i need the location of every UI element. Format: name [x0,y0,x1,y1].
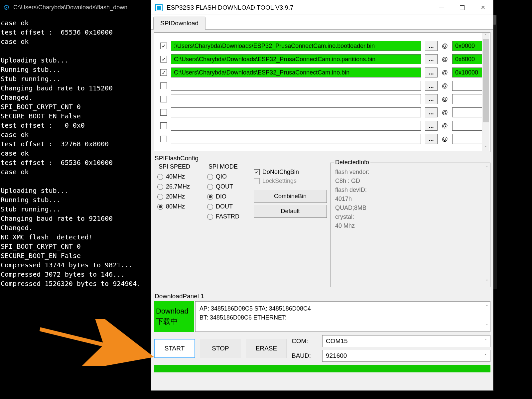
erase-button[interactable]: ERASE [246,339,287,358]
file-checkbox[interactable] [160,136,167,142]
start-button[interactable]: START [154,339,195,358]
file-path-input[interactable] [171,94,421,104]
donotchgbin-checkbox[interactable]: ✓ DoNotChgBin [254,169,327,176]
app-icon [155,4,163,11]
at-label: @ [442,69,448,76]
annotation-arrow [33,319,156,366]
file-checkbox[interactable] [160,96,167,102]
radio-FASTRD[interactable]: FASTRD [207,213,247,220]
flash-tool-window: ESP32S3 FLASH DOWNLOAD TOOL V3.9.7 — ✕ S… [151,0,493,391]
browse-button[interactable]: ... [425,121,438,131]
browse-button[interactable]: ... [425,107,438,117]
at-label: @ [442,96,448,103]
at-label: @ [442,82,448,89]
file-row: ...@ [154,106,490,119]
progress-bar [154,365,490,372]
scroll-down-icon[interactable]: ˅ [486,323,488,330]
file-row: ✓:\Users\Charybda\Downloads\ESP32_PrusaC… [154,39,490,53]
file-checkbox[interactable]: ✓ [160,69,167,76]
chevron-down-icon: ˅ [484,353,487,358]
at-label: @ [442,136,448,143]
file-path-input[interactable] [171,134,421,144]
file-row: ...@ [154,132,490,146]
browse-button[interactable]: ... [425,67,438,77]
download-status: Download 下载中 [154,301,194,332]
radio-DOUT[interactable]: DOUT [207,203,247,210]
file-path-input[interactable]: C:\Users\Charybda\Downloads\ESP32_PrusaC… [171,54,421,64]
scroll-down-icon[interactable]: ˅ [486,279,488,284]
tab-bar: SPIDownload [151,15,493,30]
file-path-input[interactable]: :\Users\Charybda\Downloads\ESP32_PrusaCo… [171,41,421,51]
browse-button[interactable]: ... [425,41,438,51]
file-row: ...@ [154,92,490,106]
at-label: @ [442,109,448,116]
browse-button[interactable]: ... [425,54,438,64]
file-checkbox[interactable] [160,122,167,129]
mac-info-box: ˄ AP: 3485186D08C5 STA: 3485186D08C4 BT:… [195,301,490,332]
terminal-title: C:\Users\Charybda\Downloads\flash_down [13,4,127,11]
file-checkbox[interactable]: ✓ [160,43,167,49]
browse-button[interactable]: ... [425,94,438,104]
at-label: @ [442,56,448,63]
close-button[interactable]: ✕ [472,0,493,15]
scroll-up-icon[interactable]: ˄ [482,33,489,39]
radio-QOUT[interactable]: QOUT [207,183,247,190]
com-select[interactable]: COM15˅ [322,335,490,347]
file-path-input[interactable] [171,107,421,117]
scroll-down-icon[interactable]: ˅ [482,145,489,151]
tool-title: ESP32S3 FLASH DOWNLOAD TOOL V3.9.7 [167,4,294,11]
tool-titlebar: ESP32S3 FLASH DOWNLOAD TOOL V3.9.7 — ✕ [151,0,493,15]
file-path-input[interactable]: C:\Users\Charybda\Downloads\ESP32_PrusaC… [171,67,421,77]
combinebin-button[interactable]: CombineBin [254,190,327,203]
baud-select[interactable]: 921600˅ [322,350,490,362]
radio-20MHz[interactable]: 20MHz [157,193,197,200]
scroll-up-icon[interactable]: ˄ [486,304,488,311]
stop-button[interactable]: STOP [200,339,241,358]
gear-icon: ⚙ [3,3,10,12]
spi-mode-label: SPI MODE [207,163,239,170]
file-row: ✓C:\Users\Charybda\Downloads\ESP32_Prusa… [154,66,490,79]
browse-button[interactable]: ... [425,81,438,91]
com-label: COM: [292,337,318,345]
file-checkbox[interactable]: ✓ [160,56,167,63]
baud-label: BAUD: [292,352,318,359]
file-path-input[interactable] [171,121,421,131]
detected-info-box: DetectedInfo ˄ flash vendor:C8h : GDflas… [330,163,490,287]
radio-QIO[interactable]: QIO [207,173,247,180]
minimize-button[interactable]: — [431,0,452,15]
default-button[interactable]: Default [254,205,327,218]
at-label: @ [442,122,448,129]
maximize-button[interactable] [452,0,472,15]
tab-spidownload[interactable]: SPIDownload [153,17,205,30]
file-row: ...@ [154,119,490,132]
scroll-up-icon[interactable]: ˄ [486,166,488,171]
spi-speed-label: SPI SPEED [157,163,192,170]
radio-26-7MHz[interactable]: 26.7MHz [157,183,197,190]
download-panel-label: DownloadPanel 1 [155,293,493,300]
at-label: @ [442,43,448,50]
files-pane: ✓:\Users\Charybda\Downloads\ESP32_PrusaC… [154,32,490,152]
chevron-down-icon: ˅ [484,338,487,344]
locksettings-checkbox[interactable]: LockSettings [254,178,327,185]
file-row: ✓C:\Users\Charybda\Downloads\ESP32_Prusa… [154,53,490,66]
svg-line-0 [40,329,146,355]
browse-button[interactable]: ... [425,134,438,144]
file-row: ...@ [154,79,490,92]
config-label: SPIFlashConfig [155,155,493,162]
radio-DIO[interactable]: DIO [207,193,247,200]
file-checkbox[interactable] [160,82,167,89]
radio-40MHz[interactable]: 40MHz [157,173,197,180]
file-path-input[interactable] [171,81,421,91]
radio-80MHz[interactable]: 80MHz [157,203,197,210]
files-scrollbar[interactable]: ˄ ˅ [482,33,489,151]
file-checkbox[interactable] [160,109,167,116]
